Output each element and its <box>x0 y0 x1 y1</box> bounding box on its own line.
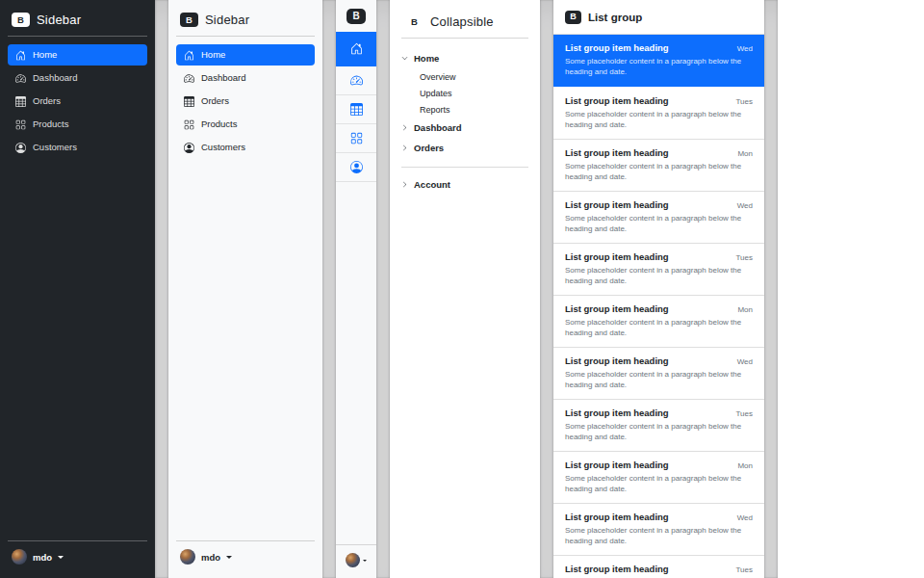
brand-link-dark[interactable]: B Sidebar <box>8 10 147 36</box>
list-group-item[interactable]: List group item heading Tues Some placeh… <box>553 399 764 451</box>
list-item-body: Some placeholder content in a paragraph … <box>565 161 750 182</box>
list-group-item[interactable]: List group item heading Tues Some placeh… <box>553 243 764 295</box>
caret-down-icon <box>226 556 232 562</box>
user-name: mdo <box>33 552 52 563</box>
nav-item-label: Overview <box>420 72 456 82</box>
sidebar-item[interactable]: Customers <box>8 137 147 158</box>
bootstrap-logo-icon: B <box>565 11 581 24</box>
brand-link-collapsible[interactable]: B Collapsible <box>401 12 528 38</box>
user-name: mdo <box>201 552 220 563</box>
list-item-day: Mon <box>737 149 753 158</box>
collapsible-nav-item[interactable]: Reports <box>401 101 528 118</box>
collapsible-nav-item[interactable]: Account <box>401 174 528 195</box>
table-icon <box>350 103 363 116</box>
example-divider <box>540 0 553 578</box>
sidebar-item-label: Orders <box>33 96 61 106</box>
chevron-right-icon <box>401 55 408 62</box>
list-item-body: Some placeholder content in a paragraph … <box>565 525 750 546</box>
list-item-day: Mon <box>737 305 753 314</box>
list-item-heading: List group item heading <box>565 147 669 158</box>
collapsible-nav-item[interactable]: Dashboard <box>401 118 528 138</box>
user-avatar <box>12 549 27 565</box>
collapsible-nav-item[interactable]: Orders <box>401 138 528 158</box>
speedometer-icon <box>350 74 363 87</box>
sidebar-icon-item[interactable] <box>336 95 376 124</box>
brand-link-list-group[interactable]: B List group <box>553 0 764 35</box>
sidebar-item-label: Products <box>201 119 238 129</box>
sidebar-item[interactable]: Orders <box>8 91 147 112</box>
nav-item-label: Reports <box>420 105 450 115</box>
list-item-body: Some placeholder content in a paragraph … <box>565 109 750 130</box>
sidebar-icon-item[interactable] <box>336 153 376 182</box>
list-item-heading: List group item heading <box>565 512 669 522</box>
collapsible-nav-item[interactable]: Overview <box>401 68 528 85</box>
sidebar-item-label: Customers <box>33 143 77 152</box>
user-dropdown-toggle[interactable]: mdo <box>8 540 147 568</box>
speedometer-icon <box>184 73 194 84</box>
sidebar-item[interactable]: Orders <box>176 91 315 112</box>
sidebar-list-group: B List group List group item heading Wed… <box>553 0 764 578</box>
house-icon <box>15 50 26 61</box>
list-group-item[interactable]: List group item heading Wed Some placeho… <box>553 503 764 555</box>
table-icon <box>15 96 26 107</box>
grid-icon <box>15 119 26 130</box>
list-item-day: Tues <box>736 97 754 106</box>
brand-title: Sidebar <box>37 13 81 27</box>
list-item-header: List group item heading Tues <box>565 407 753 418</box>
brand-link-light[interactable]: B Sidebar <box>176 10 315 36</box>
brand-link-icons[interactable]: B <box>336 0 376 32</box>
list-item-header: List group item heading Tues <box>565 564 753 574</box>
nav-item-label: Orders <box>414 143 444 153</box>
list-item-body: Some placeholder content in a paragraph … <box>565 369 750 390</box>
list-group-item[interactable]: List group item heading Mon Some placeho… <box>553 451 764 503</box>
sidebar-item[interactable]: Home <box>176 44 315 66</box>
list-group-item[interactable]: List group item heading Tues Some placeh… <box>553 87 764 139</box>
list-item-day: Wed <box>737 513 753 522</box>
list-item-heading: List group item heading <box>565 407 669 418</box>
nav-item-label: Home <box>414 53 439 64</box>
person-circle-icon <box>184 143 194 153</box>
light-nav: Home Dashboard Orders Products Customers <box>176 44 315 158</box>
list-group-item[interactable]: List group item heading Wed Some placeho… <box>553 35 764 87</box>
sidebar-item-label: Home <box>201 50 225 60</box>
list-group-item[interactable]: List group item heading Mon Some placeho… <box>553 295 764 347</box>
collapsible-nav-item[interactable]: Home <box>401 48 528 68</box>
example-divider <box>155 0 168 578</box>
sidebar-item[interactable]: Dashboard <box>8 67 147 89</box>
chevron-right-icon <box>401 181 408 188</box>
sidebar-item[interactable]: Home <box>8 44 147 66</box>
list-item-heading: List group item heading <box>565 303 669 314</box>
sidebar-item[interactable]: Customers <box>176 137 315 158</box>
list-group-item[interactable]: List group item heading Tues Some placeh… <box>553 555 764 578</box>
user-dropdown-toggle[interactable] <box>336 544 376 578</box>
divider <box>8 36 147 37</box>
sidebar-icon-item[interactable] <box>336 66 376 95</box>
list-item-heading: List group item heading <box>565 199 669 210</box>
divider <box>401 38 528 39</box>
house-icon <box>350 42 363 55</box>
sidebar-item[interactable]: Dashboard <box>176 67 315 89</box>
spacer <box>176 158 315 540</box>
table-icon <box>184 96 194 107</box>
sidebar-item[interactable]: Products <box>8 114 147 135</box>
list-item-body: Some placeholder content in a paragraph … <box>565 213 750 234</box>
sidebar-icon-item[interactable] <box>336 32 376 66</box>
collapsible-nav-item[interactable]: Updates <box>401 85 528 101</box>
sidebar-icon-item[interactable] <box>336 124 376 153</box>
list-group-item[interactable]: List group item heading Mon Some placeho… <box>553 139 764 191</box>
user-avatar <box>346 553 360 567</box>
list-item-header: List group item heading Wed <box>565 512 753 522</box>
list-group-item[interactable]: List group item heading Wed Some placeho… <box>553 347 764 399</box>
list-item-heading: List group item heading <box>565 460 669 470</box>
list-item-heading: List group item heading <box>565 95 669 106</box>
spacer <box>8 158 147 540</box>
list-item-day: Tues <box>736 409 754 418</box>
list-item-day: Tues <box>736 253 754 262</box>
list-item-header: List group item heading Tues <box>565 95 753 106</box>
speedometer-icon <box>15 73 26 84</box>
list-group-item[interactable]: List group item heading Wed Some placeho… <box>553 191 764 243</box>
sidebar-icons-only: B <box>336 0 376 578</box>
user-dropdown-toggle[interactable]: mdo <box>176 540 315 568</box>
list-item-body: Some placeholder content in a paragraph … <box>565 473 750 494</box>
sidebar-item[interactable]: Products <box>176 114 315 135</box>
